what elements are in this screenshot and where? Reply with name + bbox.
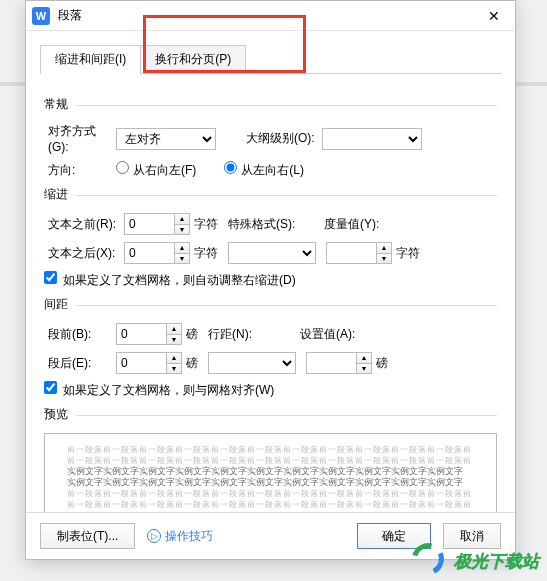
spin-up-icon[interactable]: ▲ xyxy=(175,243,189,254)
spin-down-icon[interactable]: ▼ xyxy=(167,335,181,345)
space-after-spinner[interactable]: ▲▼ xyxy=(116,352,182,374)
direction-ltr-radio[interactable]: 从左向右(L) xyxy=(224,161,304,179)
pt-unit: 磅 xyxy=(376,355,388,372)
line-spacing-select[interactable] xyxy=(208,352,296,374)
spin-up-icon[interactable]: ▲ xyxy=(357,353,371,364)
char-unit: 字符 xyxy=(194,245,218,262)
spin-down-icon[interactable]: ▼ xyxy=(175,254,189,264)
direction-label: 方向: xyxy=(44,162,116,179)
space-after-label: 段后(E): xyxy=(44,355,116,372)
space-before-label: 段前(B): xyxy=(44,326,116,343)
preview-box: 前一段落前一段落前一段落前一段落前一段落前一段落前一段落前一段落前一段落前一段落… xyxy=(44,433,497,512)
set-value-label: 设置值(A): xyxy=(300,326,355,343)
spin-down-icon[interactable]: ▼ xyxy=(377,254,391,264)
measure-label: 度量值(Y): xyxy=(324,216,379,233)
dialog-title: 段落 xyxy=(58,7,82,24)
spin-down-icon[interactable]: ▼ xyxy=(357,364,371,374)
special-label: 特殊格式(S): xyxy=(228,216,306,233)
char-unit: 字符 xyxy=(396,245,420,262)
tab-indent-spacing[interactable]: 缩进和间距(I) xyxy=(40,45,141,73)
spin-up-icon[interactable]: ▲ xyxy=(167,353,181,364)
indent-after-spinner[interactable]: ▲▼ xyxy=(124,242,190,264)
special-select[interactable] xyxy=(228,242,316,264)
indent-before-spinner[interactable]: ▲▼ xyxy=(124,213,190,235)
tip-icon: ▷ xyxy=(147,529,161,543)
section-preview: 预览 xyxy=(44,406,497,423)
watermark-logo-icon xyxy=(412,543,448,579)
set-value-spinner[interactable]: ▲▼ xyxy=(306,352,372,374)
spin-up-icon[interactable]: ▲ xyxy=(167,324,181,335)
char-unit: 字符 xyxy=(194,216,218,233)
indent-before-label: 文本之前(R): xyxy=(44,216,124,233)
pt-unit: 磅 xyxy=(186,355,198,372)
section-general: 常规 xyxy=(44,96,497,113)
spin-down-icon[interactable]: ▼ xyxy=(175,225,189,235)
outline-label: 大纲级别(O): xyxy=(242,130,322,147)
line-spacing-label: 行距(N): xyxy=(208,326,266,343)
watermark: 极光下载站 xyxy=(412,543,539,579)
indent-after-label: 文本之后(X): xyxy=(44,245,124,262)
outline-select[interactable] xyxy=(322,128,422,150)
tabstops-button[interactable]: 制表位(T)... xyxy=(40,523,135,549)
close-button[interactable]: ✕ xyxy=(479,3,509,29)
app-icon: W xyxy=(32,7,50,25)
spin-up-icon[interactable]: ▲ xyxy=(175,214,189,225)
spin-up-icon[interactable]: ▲ xyxy=(377,243,391,254)
direction-rtl-radio[interactable]: 从右向左(F) xyxy=(116,161,196,179)
auto-indent-checkbox[interactable]: 如果定义了文档网格，则自动调整右缩进(D) xyxy=(44,271,296,289)
section-spacing: 间距 xyxy=(44,296,497,313)
measure-spinner[interactable]: ▲▼ xyxy=(326,242,392,264)
tips-link[interactable]: ▷操作技巧 xyxy=(147,528,213,545)
watermark-text: 极光下载站 xyxy=(454,550,539,573)
paragraph-dialog: W 段落 ✕ 缩进和间距(I) 换行和分页(P) 常规 对齐方式(G): 左对齐… xyxy=(25,0,516,560)
space-before-spinner[interactable]: ▲▼ xyxy=(116,323,182,345)
section-indent: 缩进 xyxy=(44,186,497,203)
grid-align-checkbox[interactable]: 如果定义了文档网格，则与网格对齐(W) xyxy=(44,381,274,399)
titlebar: W 段落 ✕ xyxy=(26,1,515,31)
tab-line-page[interactable]: 换行和分页(P) xyxy=(140,45,246,73)
align-label: 对齐方式(G): xyxy=(44,123,116,154)
spin-down-icon[interactable]: ▼ xyxy=(167,364,181,374)
tabstrip: 缩进和间距(I) 换行和分页(P) xyxy=(40,45,501,74)
pt-unit: 磅 xyxy=(186,326,198,343)
align-select[interactable]: 左对齐 xyxy=(116,128,216,150)
